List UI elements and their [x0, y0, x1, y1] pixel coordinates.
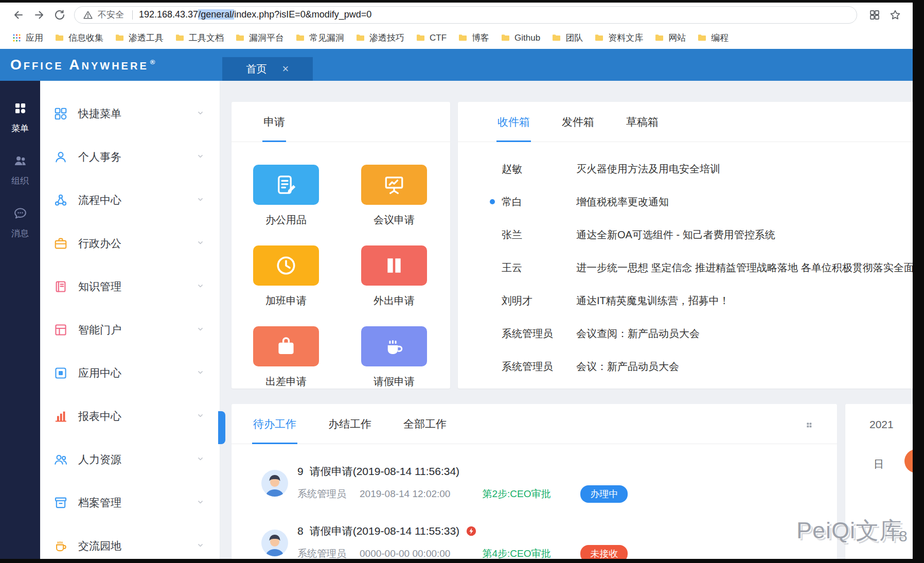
calendar-year: 2021 — [869, 418, 894, 431]
bookmark-folder[interactable]: 渗透工具 — [109, 29, 169, 46]
work-list: 9 请假申请(2019-08-14 11:56:34) 系统管理员 2019-0… — [232, 444, 837, 559]
tab-apply[interactable]: 申请 — [262, 115, 286, 142]
mail-row[interactable]: 王云 进一步统一思想 坚定信念 推进精益管理战略落地 各单位积极贯彻落实全面 — [458, 251, 913, 284]
app-shortcut-business-trip[interactable]: 出差申请 — [253, 326, 319, 389]
bookmark-star-icon[interactable] — [885, 5, 905, 25]
work-item-body: 9 请假申请(2019-08-14 11:56:34) 系统管理员 2019-0… — [297, 464, 628, 503]
bookmark-folder[interactable]: 团队 — [546, 29, 589, 46]
tab-pending-work[interactable]: 待办工作 — [252, 417, 297, 444]
bookmark-label: 资料文库 — [608, 32, 643, 44]
bookmark-folder[interactable]: 常见漏洞 — [290, 29, 350, 46]
bookmark-folder[interactable]: 渗透技巧 — [350, 29, 410, 46]
work-item-title: 请假申请(2019-08-14 11:56:34) — [310, 464, 459, 479]
app-shortcut-overtime[interactable]: 加班申请 — [253, 245, 319, 308]
tab-outbox-label: 发件箱 — [562, 116, 594, 128]
reload-button[interactable] — [49, 5, 70, 25]
iconbar-item-menu[interactable]: 菜单 — [11, 101, 29, 134]
menu-item-admin-office[interactable]: 行政办公 — [40, 222, 220, 265]
status-badge: 办理中 — [580, 485, 628, 503]
mail-sender: 系统管理员 — [502, 360, 576, 374]
tab-inbox[interactable]: 收件箱 — [496, 115, 531, 142]
work-item[interactable]: 8 请假申请(2019-08-14 11:55:33) 系统管理员 0000-0… — [261, 513, 837, 559]
work-item[interactable]: 9 请假申请(2019-08-14 11:56:34) 系统管理员 2019-0… — [261, 453, 837, 513]
book-icon — [54, 279, 68, 294]
oa-app: Office Anywhere® 首页 × 菜单 组织 消息 — [0, 49, 913, 559]
bookmark-label: 渗透技巧 — [369, 32, 404, 44]
url-rest: index.php?isIE=0&modify_pwd=0 — [234, 9, 371, 20]
mail-row[interactable]: 系统管理员 会议查阅：新产品动员大会 — [458, 317, 913, 350]
bookmark-folder[interactable]: CTF — [410, 30, 452, 46]
iconbar-item-organization[interactable]: 组织 — [11, 154, 29, 187]
extensions-icon[interactable] — [864, 5, 885, 25]
menu-item-forum[interactable]: 交流园地 — [40, 524, 220, 559]
bookmark-folder[interactable]: 资料文库 — [589, 29, 649, 46]
main-content: 申请 办公用品 会议申请 加班申请 — [220, 81, 913, 559]
tab-drafts-label: 草稿箱 — [626, 116, 659, 128]
mail-subject: 通达IT精英魔鬼训练营，招募中！ — [576, 294, 913, 308]
app-shortcut-label: 请假申请 — [374, 375, 415, 389]
work-item-sender: 系统管理员 — [297, 487, 346, 501]
mail-row[interactable]: 赵敏 灭火器使用方法及用电安全培训 — [458, 152, 913, 185]
calendar-highlighted-date-circle[interactable] — [904, 449, 913, 473]
bookmark-folder[interactable]: 网站 — [649, 29, 691, 46]
bookmark-folder[interactable]: 编程 — [691, 29, 734, 46]
address-bar[interactable]: 不安全 192.168.43.37/general/index.php?isIE… — [74, 6, 857, 24]
bookmark-folder[interactable]: 博客 — [452, 29, 495, 46]
app-shortcut-office-supplies[interactable]: 办公用品 — [253, 165, 319, 227]
tab-drafts[interactable]: 草稿箱 — [625, 115, 660, 142]
menu-item-human-resources[interactable]: 人力资源 — [40, 438, 220, 481]
bookmark-folder[interactable]: 漏洞平台 — [229, 29, 290, 46]
sidebar-collapse-handle[interactable] — [218, 411, 225, 444]
tab-outbox[interactable]: 发件箱 — [561, 115, 595, 142]
app-header: Office Anywhere® 首页 × — [0, 49, 913, 81]
bookmark-folder[interactable]: 工具文档 — [169, 29, 229, 46]
tab-all-work[interactable]: 全部工作 — [402, 417, 448, 444]
mail-row[interactable]: 刘明才 通达IT精英魔鬼训练营，招募中！ — [458, 284, 913, 317]
mail-subject: 通达全新OA可选组件 - 知己者费用管控系统 — [576, 228, 913, 242]
chevron-down-icon — [196, 454, 205, 466]
bookmark-apps[interactable]: 应用 — [6, 29, 49, 46]
chevron-down-icon — [196, 367, 205, 379]
avatar — [261, 530, 288, 556]
folder-icon — [175, 33, 185, 43]
app-logo: Office Anywhere® — [0, 57, 157, 73]
chevron-down-icon — [196, 238, 205, 250]
menu-item-report-center[interactable]: 报表中心 — [40, 395, 220, 438]
bookmark-folder[interactable]: 信息收集 — [49, 29, 109, 46]
apply-panel-tabs: 申请 — [232, 102, 450, 142]
menu-item-personal-affairs[interactable]: 个人事务 — [40, 135, 220, 179]
menu-item-quick-menu[interactable]: 快捷菜单 — [40, 92, 220, 135]
chevron-down-icon — [196, 195, 205, 206]
chevron-down-icon — [196, 497, 205, 509]
menu-item-archives[interactable]: 档案管理 — [40, 481, 220, 524]
tab-close-icon[interactable]: × — [282, 63, 289, 75]
bookmark-label: 信息收集 — [68, 32, 103, 44]
iconbar-label: 消息 — [11, 227, 29, 239]
work-item-title: 请假申请(2019-08-14 11:55:33) — [310, 524, 459, 538]
coffee-cup-icon — [361, 326, 427, 366]
bookmark-folder[interactable]: Github — [495, 30, 546, 46]
menu-item-smart-portal[interactable]: 智能门户 — [40, 308, 220, 351]
tab-home[interactable]: 首页 × — [222, 57, 313, 81]
panel-options-grid-icon[interactable] — [805, 420, 815, 430]
app-window-icon — [54, 366, 68, 380]
tab-finished-work[interactable]: 办结工作 — [327, 417, 372, 444]
app-shortcut-label: 办公用品 — [265, 213, 307, 227]
mail-row[interactable]: 常白 增值税税率更改通知 — [458, 185, 913, 218]
app-shortcut-leave[interactable]: 请假申请 — [361, 326, 427, 389]
mail-row[interactable]: 张兰 通达全新OA可选组件 - 知己者费用管控系统 — [458, 218, 913, 251]
iconbar-item-messages[interactable]: 消息 — [11, 206, 29, 239]
menu-item-knowledge-management[interactable]: 知识管理 — [40, 265, 220, 308]
menu-item-workflow-center[interactable]: 流程中心 — [40, 179, 220, 222]
back-button[interactable] — [8, 5, 29, 25]
work-item-number: 9 — [297, 465, 304, 478]
app-shortcut-meeting[interactable]: 会议申请 — [361, 165, 427, 227]
bar-chart-icon — [54, 409, 68, 424]
grid-icon — [54, 107, 68, 121]
mail-row[interactable]: 系统管理员 会议：新产品动员大会 — [458, 350, 913, 383]
bookmark-label: 应用 — [26, 32, 43, 44]
app-shortcut-outing[interactable]: 外出申请 — [361, 245, 427, 308]
forward-button[interactable] — [29, 5, 49, 25]
menu-item-app-center[interactable]: 应用中心 — [40, 351, 220, 395]
folder-icon — [55, 33, 64, 43]
